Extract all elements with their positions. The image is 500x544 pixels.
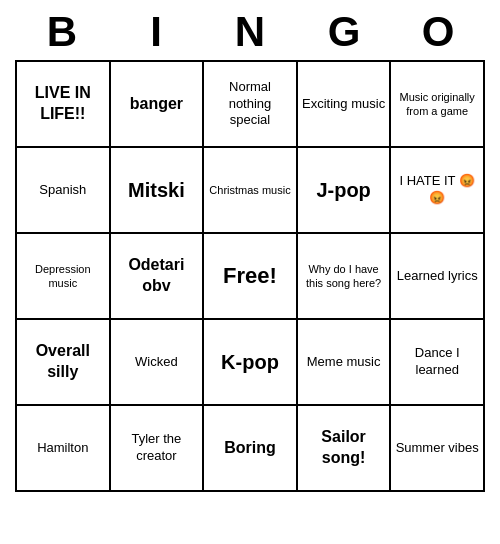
bingo-cell: LIVE IN LIFE!! <box>17 62 111 148</box>
bingo-letter: B <box>22 8 102 56</box>
bingo-cell: Mitski <box>111 148 205 234</box>
bingo-cell: Music originally from a game <box>391 62 485 148</box>
bingo-cell: Free! <box>204 234 298 320</box>
bingo-cell: Tyler the creator <box>111 406 205 492</box>
bingo-cell: Dance I learned <box>391 320 485 406</box>
bingo-letter: G <box>304 8 384 56</box>
bingo-cell: banger <box>111 62 205 148</box>
bingo-letter: I <box>116 8 196 56</box>
bingo-cell: J-pop <box>298 148 392 234</box>
bingo-cell: Exciting music <box>298 62 392 148</box>
bingo-cell: Learned lyrics <box>391 234 485 320</box>
bingo-cell: Spanish <box>17 148 111 234</box>
bingo-cell: I HATE IT 😡😡 <box>391 148 485 234</box>
bingo-cell: Odetari obv <box>111 234 205 320</box>
bingo-cell: Wicked <box>111 320 205 406</box>
bingo-cell: Normal nothing special <box>204 62 298 148</box>
bingo-grid: LIVE IN LIFE!!bangerNormal nothing speci… <box>15 60 485 492</box>
bingo-cell: Christmas music <box>204 148 298 234</box>
bingo-cell: Depression music <box>17 234 111 320</box>
bingo-cell: Meme music <box>298 320 392 406</box>
bingo-cell: Summer vibes <box>391 406 485 492</box>
bingo-cell: Sailor song! <box>298 406 392 492</box>
bingo-cell: K-pop <box>204 320 298 406</box>
bingo-letter: N <box>210 8 290 56</box>
bingo-cell: Boring <box>204 406 298 492</box>
bingo-letter: O <box>398 8 478 56</box>
bingo-cell: Why do I have this song here? <box>298 234 392 320</box>
bingo-cell: Overall silly <box>17 320 111 406</box>
bingo-cell: Hamilton <box>17 406 111 492</box>
bingo-header: BINGO <box>15 8 485 56</box>
